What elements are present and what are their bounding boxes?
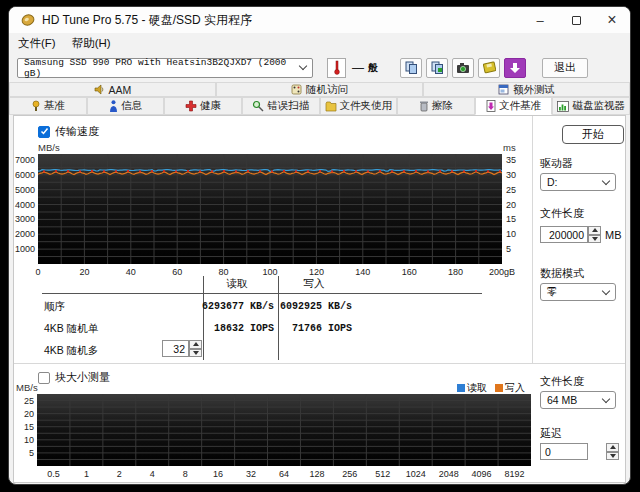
- rand-single-write-value: 71766 IOPS: [292, 323, 352, 334]
- update-button[interactable]: [504, 58, 526, 78]
- spinner-up-button[interactable]: [606, 443, 619, 452]
- tab-extra-tests-label: 额外测试: [513, 83, 555, 97]
- copy-image-button[interactable]: [426, 58, 448, 78]
- tab-health-label: 健康: [200, 99, 221, 113]
- checkbox-unchecked-icon: [38, 372, 50, 384]
- dice-icon: [291, 84, 302, 95]
- tab-random-access[interactable]: 随机访问: [216, 82, 423, 97]
- temperature-value: —: [352, 61, 364, 75]
- top-chart-yleft-label: MB/s: [38, 142, 60, 153]
- tab-health[interactable]: 健康: [164, 97, 242, 115]
- data-mode-label: 数据模式: [540, 266, 584, 281]
- file-length-value: 200000: [540, 226, 588, 243]
- drive-dropdown[interactable]: D:: [540, 173, 616, 191]
- minimize-button[interactable]: –: [522, 7, 558, 33]
- tab-file-benchmark-label: 文件基准: [499, 99, 541, 113]
- download-arrow-icon: [509, 62, 521, 74]
- menu-help[interactable]: 帮助(H): [72, 36, 111, 51]
- bottom-chart-legend: 读取 写入: [457, 381, 525, 395]
- file-length-unit: MB: [605, 229, 622, 241]
- queue-depth-spinner[interactable]: 32: [162, 340, 202, 357]
- file-benchmark-icon: [486, 100, 496, 112]
- app-icon: [21, 13, 35, 27]
- delay-spinner[interactable]: 0: [540, 443, 588, 460]
- tab-error-scan[interactable]: 错误扫描: [242, 97, 320, 115]
- screen: HD Tune Pro 5.75 - 硬盘/SSD 实用程序 – × 文件(F)…: [0, 0, 640, 492]
- top-chart-yright-label: ms: [503, 142, 516, 153]
- tab-aam-label: AAM: [109, 84, 132, 96]
- spinner-down-button[interactable]: [588, 235, 601, 244]
- save-button[interactable]: [478, 58, 500, 78]
- title-bar: HD Tune Pro 5.75 - 硬盘/SSD 实用程序 – ×: [9, 7, 630, 33]
- tab-error-scan-label: 错误扫描: [267, 99, 309, 113]
- tab-random-access-label: 随机访问: [306, 83, 348, 97]
- health-cross-icon: [185, 100, 197, 112]
- spinner-up-button[interactable]: [588, 226, 601, 235]
- spinner-up-button[interactable]: [189, 340, 202, 349]
- save-icon: [483, 61, 496, 74]
- drive-select[interactable]: Samsung SSD 990 PRO with Heatsin3B2QJXD7…: [17, 58, 313, 78]
- file-length-spinner[interactable]: 200000: [540, 226, 601, 243]
- bottom-chart-y-label: MB/s: [16, 382, 38, 393]
- app-window: HD Tune Pro 5.75 - 硬盘/SSD 实用程序 – × 文件(F)…: [8, 6, 631, 485]
- table-row-4k-multi-label: 4KB 随机多: [44, 344, 98, 358]
- checkbox-checked-icon: [38, 126, 50, 138]
- tab-folder-usage-label: 文件夹使用: [340, 99, 393, 113]
- tab-aam[interactable]: AAM: [9, 82, 216, 97]
- chevron-down-icon: [602, 394, 610, 402]
- block-file-length-label: 文件长度: [540, 374, 584, 389]
- spinner-down-button[interactable]: [606, 452, 619, 461]
- tab-benchmark-label: 基准: [44, 99, 65, 113]
- block-file-length-value: 64 MB: [547, 394, 577, 406]
- tab-erase-label: 擦除: [432, 99, 453, 113]
- copy-image-icon: [431, 61, 444, 74]
- tab-disk-monitor[interactable]: 磁盘监视器: [552, 97, 630, 115]
- tab-folder-usage[interactable]: 文件夹使用: [320, 97, 398, 115]
- copy-button[interactable]: [400, 58, 422, 78]
- info-icon: [109, 100, 118, 112]
- delay-label: 延迟: [540, 426, 562, 441]
- trash-icon: [419, 100, 429, 112]
- screenshot-button[interactable]: [452, 58, 474, 78]
- tab-benchmark[interactable]: 基准: [9, 97, 87, 115]
- tab-erase[interactable]: 擦除: [397, 97, 475, 115]
- table-row-seq-label: 顺序: [44, 300, 65, 314]
- transfer-speed-checkbox[interactable]: 传输速度: [38, 124, 99, 139]
- close-button[interactable]: ×: [594, 7, 630, 33]
- tab-info[interactable]: 信息: [87, 97, 165, 115]
- block-size-checkbox[interactable]: 块大小测量: [38, 370, 110, 385]
- chevron-down-icon: [602, 286, 610, 294]
- start-button[interactable]: 开始: [562, 125, 624, 144]
- delay-spinner-buttons[interactable]: [606, 443, 619, 460]
- tab-file-benchmark[interactable]: 文件基准: [475, 97, 553, 115]
- bar-chart-icon: [557, 101, 569, 112]
- temperature-status: 般: [368, 61, 378, 75]
- drive-label: 驱动器: [540, 156, 573, 171]
- table-col-write: 写入: [304, 277, 325, 291]
- transfer-speed-chart: [38, 154, 502, 264]
- window-title: HD Tune Pro 5.75 - 硬盘/SSD 实用程序: [42, 12, 252, 29]
- menu-bar: 文件(F) 帮助(H): [9, 33, 630, 53]
- folder-icon: [325, 101, 337, 112]
- rand-single-read-value: 18632 IOPS: [214, 323, 274, 334]
- data-mode-dropdown[interactable]: 零: [540, 283, 616, 301]
- legend-read-label: 读取: [467, 381, 487, 395]
- menu-file[interactable]: 文件(F): [18, 36, 56, 51]
- legend-write-label: 写入: [505, 381, 525, 395]
- maximize-button[interactable]: [558, 7, 594, 33]
- tab-disk-monitor-label: 磁盘监视器: [572, 99, 625, 113]
- seq-write-value: 6092925 KB/s: [280, 301, 352, 312]
- tab-row-main: 基准 信息 健康 错误扫描 文件夹使用: [9, 97, 630, 115]
- temperature-widget: [327, 58, 346, 78]
- block-file-length-dropdown[interactable]: 64 MB: [540, 391, 616, 409]
- spinner-down-button[interactable]: [189, 349, 202, 358]
- tab-info-label: 信息: [121, 99, 142, 113]
- drive-dropdown-value: D:: [547, 176, 558, 188]
- copy-icon: [405, 61, 418, 74]
- seq-read-value: 6293677 KB/s: [202, 301, 274, 312]
- tab-extra-tests[interactable]: 额外测试: [423, 82, 630, 97]
- exit-button[interactable]: 退出: [542, 58, 588, 78]
- legend-read-swatch: [457, 384, 465, 392]
- speaker-icon: [94, 84, 105, 95]
- chevron-down-icon: [602, 176, 610, 184]
